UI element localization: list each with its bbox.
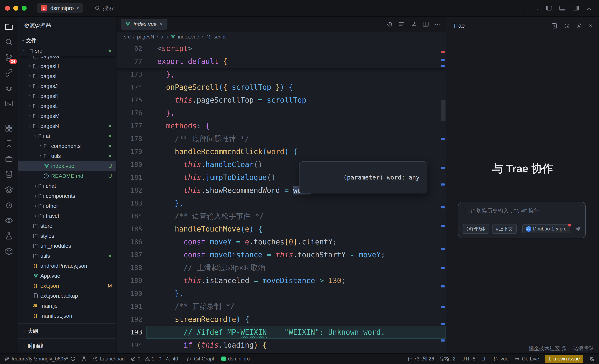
code-line-185[interactable]: 185 handleTouchMove(e) {	[116, 222, 446, 235]
close-tab-icon[interactable]: ×	[159, 21, 163, 27]
chat-history-icon[interactable]	[564, 23, 570, 29]
code-line-188[interactable]: 188 // 上滑超过50px时取消	[116, 261, 446, 274]
tree-item-components[interactable]: ›components	[18, 191, 116, 201]
toggle-right-panel-icon[interactable]	[572, 5, 579, 11]
tree-item-uni-modules[interactable]: ›uni_modules	[18, 241, 116, 251]
apps-grid-icon[interactable]	[5, 124, 13, 132]
layers-icon[interactable]	[5, 186, 13, 194]
test-beaker-icon[interactable]	[5, 232, 13, 240]
go-live-item[interactable]: Go Live	[514, 356, 539, 362]
chat-input[interactable]: "↑↓" 切换历史输入，"⇧⏎" 换行 @智能体 #上下文 Doubao-1.5…	[458, 202, 586, 238]
tree-item-styles[interactable]: ›styles	[18, 231, 116, 241]
tree-item-app-vue[interactable]: App.vue	[18, 271, 116, 281]
tree-item-pagesi[interactable]: ›pagesI	[18, 71, 116, 81]
bookmark-icon[interactable]	[5, 139, 13, 148]
project-status-item[interactable]: dsminipro	[221, 356, 250, 362]
workspace-switcher[interactable]: D dsminipro ▾	[37, 3, 83, 13]
tree-item-manifest-json[interactable]: {}manifest.json	[18, 311, 116, 321]
timeline-section[interactable]: › 时间线	[18, 338, 116, 353]
files-section-header[interactable]: › 文件	[18, 35, 116, 46]
tree-item-travel[interactable]: ›travel	[18, 211, 116, 221]
code-line-62[interactable]: 62<script>	[116, 42, 446, 55]
code-line-194[interactable]: 194 if (this.loading) {	[116, 339, 446, 352]
tree-item-pagesj[interactable]: ›pagesJ	[18, 81, 116, 91]
tree-item-pagesk[interactable]: ›pagesK	[18, 91, 116, 101]
code-line-175[interactable]: 175 this.pageScrollTop = scrollTop	[116, 94, 446, 107]
project-manager-icon[interactable]	[5, 155, 13, 163]
close-window-button[interactable]	[5, 6, 10, 11]
cursor-position-item[interactable]: 行 73, 列 26	[407, 355, 434, 362]
more-actions-icon[interactable]: ···	[435, 21, 440, 27]
breadcrumb-item[interactable]: script	[214, 34, 225, 40]
code-line-173[interactable]: 173 },	[116, 68, 446, 81]
account-icon[interactable]	[586, 5, 592, 11]
code-area[interactable]: 62<script>77export default { 173 },174 o…	[116, 42, 446, 353]
eol-item[interactable]: LF	[481, 356, 487, 362]
breadcrumb-item[interactable]: pagesN	[137, 34, 154, 40]
code-line-176[interactable]: 176 },	[116, 107, 446, 119]
tree-item-components[interactable]: ›components	[18, 141, 116, 151]
remote-icon[interactable]	[5, 69, 13, 77]
settings-gear-icon[interactable]	[576, 23, 582, 29]
search-sidebar-icon[interactable]	[5, 38, 13, 46]
problems-item[interactable]: 0 1 0 40	[131, 356, 181, 362]
notifications-bell-icon[interactable]	[589, 356, 595, 362]
code-line-77[interactable]: 77export default {	[116, 55, 446, 68]
code-line-193[interactable]: 193 // #ifdef MP-WEIXIN "WEIXIN": Unknow…	[116, 326, 446, 339]
code-line-179[interactable]: 179 handleRecommendClick(word) {	[116, 145, 446, 158]
launchpad-item[interactable]: Launchpad	[93, 356, 125, 362]
code-line-174[interactable]: 174 onPageScroll({ scrollTop }) {	[116, 81, 446, 94]
tree-item-src[interactable]: ›src	[18, 46, 116, 56]
toggle-bottom-panel-icon[interactable]	[559, 5, 566, 11]
tree-item-utils[interactable]: ›utils	[18, 251, 116, 261]
indentation-item[interactable]: 空格: 2	[440, 355, 456, 362]
tree-item-pagesg[interactable]: ›pagesG	[18, 56, 116, 61]
tree-item-chat[interactable]: ›chat	[18, 181, 116, 191]
terminal-icon[interactable]	[5, 99, 13, 108]
known-issue-badge[interactable]: 1 known issue	[545, 355, 583, 363]
code-line-177[interactable]: 177 methods: {	[116, 119, 446, 132]
debug-icon[interactable]	[5, 84, 13, 92]
tree-item-readme-md[interactable]: iREADME.mdU	[18, 171, 116, 181]
breadcrumb-item[interactable]: ai	[160, 34, 165, 40]
maximize-window-button[interactable]	[22, 6, 27, 11]
send-icon[interactable]	[574, 225, 581, 232]
language-mode-item[interactable]: {} vue	[493, 356, 509, 362]
split-editor-icon[interactable]	[423, 21, 429, 27]
package-icon[interactable]	[5, 247, 13, 255]
code-line-184[interactable]: 184 /** 语音输入松手事件 */	[116, 210, 446, 222]
tree-item-pagesm[interactable]: ›pagesM	[18, 111, 116, 121]
outline-section[interactable]: › 大纲	[18, 323, 116, 338]
model-selector[interactable]: Doubao-1.5-pro	[522, 224, 570, 233]
explorer-icon[interactable]	[5, 22, 13, 31]
git-branch-item[interactable]: feature/fyl/zhonglv_0605*	[4, 356, 76, 362]
database-icon[interactable]	[5, 170, 13, 178]
tree-item-index-vue[interactable]: index.vueU	[18, 161, 116, 171]
code-line-187[interactable]: 187 const moveDistance = this.touchStart…	[116, 248, 446, 261]
preview-icon[interactable]	[5, 216, 13, 225]
tree-item-ext-json-backup[interactable]: ext.json.backup	[18, 291, 116, 301]
code-line-190[interactable]: 190 },	[116, 287, 446, 300]
code-line-186[interactable]: 186 const moveY = e.touches[0].clientY;	[116, 235, 446, 248]
tree-item-pagesh[interactable]: ›pagesH	[18, 61, 116, 71]
close-panel-icon[interactable]: ×	[589, 22, 592, 29]
tree-item-main-js[interactable]: JSmain.js	[18, 301, 116, 311]
timeline-history-icon[interactable]	[387, 21, 393, 27]
code-line-189[interactable]: 189 this.isCanceled = moveDistance > 130…	[116, 274, 446, 287]
scrollbar-thumb[interactable]	[441, 100, 446, 121]
tree-item-ai[interactable]: ›ai	[18, 131, 116, 141]
tree-item-ext-json[interactable]: {}ext.jsonM	[18, 281, 116, 291]
new-chat-icon[interactable]	[551, 23, 557, 29]
global-search[interactable]: 搜索	[95, 5, 114, 12]
source-control-icon[interactable]: 24	[5, 53, 13, 62]
tree-item-utils[interactable]: ›utils	[18, 151, 116, 161]
minimize-window-button[interactable]	[13, 6, 18, 11]
encoding-item[interactable]: UTF-8	[461, 356, 476, 362]
sync-icon[interactable]	[70, 356, 76, 362]
code-line-191[interactable]: 191 /** 开始录制 */	[116, 300, 446, 313]
navigate-forward-icon[interactable]: →	[533, 5, 539, 12]
sidebar-more-icon[interactable]: ···	[104, 23, 110, 29]
breadcrumb-item[interactable]: index.vue	[178, 34, 199, 40]
code-line-178[interactable]: 178 /** 底部问题推荐 */	[116, 132, 446, 145]
beaker-status-icon[interactable]	[81, 356, 87, 362]
